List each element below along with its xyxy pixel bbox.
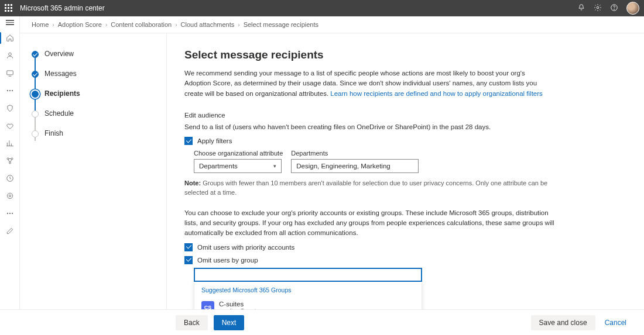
breadcrumb-item[interactable]: Home bbox=[32, 21, 49, 28]
account-avatar[interactable] bbox=[626, 2, 639, 15]
settings-icon[interactable] bbox=[594, 4, 602, 13]
svg-point-10 bbox=[9, 162, 11, 164]
notifications-icon[interactable] bbox=[577, 4, 585, 13]
app-title: Microsoft 365 admin center bbox=[20, 4, 577, 12]
breadcrumb-item[interactable]: Adoption Score bbox=[58, 21, 102, 28]
step-recipients[interactable]: Recipients bbox=[32, 89, 155, 109]
breadcrumb-item[interactable]: Content collaboration bbox=[111, 21, 172, 28]
svg-point-16 bbox=[12, 213, 13, 214]
next-button[interactable]: Next bbox=[214, 315, 245, 330]
health-icon[interactable] bbox=[5, 121, 15, 130]
apply-filters-label: Apply filters bbox=[197, 137, 232, 144]
svg-point-7 bbox=[12, 90, 13, 91]
nodes-icon[interactable] bbox=[5, 156, 15, 165]
step-finish[interactable]: Finish bbox=[32, 129, 155, 137]
departments-label: Departments bbox=[291, 150, 419, 157]
svg-rect-4 bbox=[6, 71, 13, 75]
help-icon[interactable] bbox=[610, 4, 618, 13]
audience-subtext: Send to a list of (users who haven't bee… bbox=[184, 122, 559, 132]
svg-point-9 bbox=[11, 158, 13, 160]
chevron-down-icon: ▾ bbox=[273, 163, 276, 169]
step-overview[interactable]: Overview bbox=[32, 50, 155, 70]
page-intro: We recommend sending your message to a l… bbox=[184, 68, 547, 99]
home-icon[interactable] bbox=[5, 33, 15, 43]
svg-point-15 bbox=[9, 213, 11, 214]
omit-priority-checkbox[interactable] bbox=[184, 243, 193, 251]
omit-group-label: Omit users by group bbox=[197, 257, 258, 264]
wizard-footer: Back Next Save and close Cancel bbox=[0, 309, 644, 335]
svg-point-6 bbox=[9, 90, 11, 91]
svg-point-2 bbox=[614, 9, 615, 9]
page-title: Select message recipients bbox=[184, 49, 626, 61]
omit-group-checkbox[interactable] bbox=[184, 256, 193, 264]
back-button[interactable]: Back bbox=[176, 315, 208, 330]
users-icon[interactable] bbox=[5, 51, 15, 60]
svg-point-13 bbox=[9, 195, 11, 197]
learn-link[interactable]: Learn how recipients are defined and how… bbox=[330, 90, 542, 97]
group-search-input[interactable] bbox=[194, 268, 422, 282]
apply-filters-checkbox[interactable] bbox=[184, 137, 193, 145]
omit-priority-label: Omit users with priority accounts bbox=[197, 244, 294, 251]
wizard-steps: Overview Messages Recipients Schedule Fi… bbox=[20, 33, 166, 335]
attribute-select[interactable]: Departments ▾ bbox=[194, 159, 282, 173]
more-icon[interactable] bbox=[5, 209, 15, 218]
left-nav-rail bbox=[0, 16, 20, 335]
svg-point-5 bbox=[7, 90, 8, 91]
cancel-button[interactable]: Cancel bbox=[601, 319, 630, 327]
dots-icon[interactable] bbox=[5, 86, 15, 95]
svg-point-8 bbox=[7, 158, 9, 160]
edit-audience-heading: Edit audience bbox=[184, 112, 626, 119]
svg-point-0 bbox=[597, 6, 599, 9]
breadcrumb-item: Select message recipients bbox=[244, 21, 318, 28]
breadcrumb: Home› Adoption Score› Content collaborat… bbox=[20, 16, 644, 33]
suite-header: Microsoft 365 admin center bbox=[0, 0, 644, 16]
step-schedule[interactable]: Schedule bbox=[32, 109, 155, 129]
form-panel: Select message recipients We recommend s… bbox=[166, 33, 644, 335]
save-close-button[interactable]: Save and close bbox=[531, 315, 595, 330]
app-launcher-icon[interactable] bbox=[5, 4, 13, 12]
note-text: Note: Groups with fewer than 10 members … bbox=[184, 179, 559, 198]
devices-icon[interactable] bbox=[5, 68, 15, 78]
suggested-groups-heading: Suggested Microsoft 365 Groups bbox=[194, 286, 422, 297]
admin-icon[interactable] bbox=[5, 174, 15, 183]
svg-point-12 bbox=[7, 193, 12, 198]
breadcrumb-item[interactable]: Cloud attachments bbox=[181, 21, 235, 28]
exclusion-intro: You can choose to exclude your org's pri… bbox=[184, 208, 559, 239]
edit-icon[interactable] bbox=[5, 226, 15, 236]
attribute-label: Choose organizational attribute bbox=[194, 150, 283, 157]
svg-point-3 bbox=[8, 53, 11, 56]
nav-toggle-icon[interactable] bbox=[6, 20, 14, 25]
svg-point-14 bbox=[7, 213, 8, 214]
reports-icon[interactable] bbox=[5, 139, 15, 148]
departments-input[interactable]: Design, Engineering, Marketing bbox=[291, 159, 419, 173]
shield-icon[interactable] bbox=[5, 103, 15, 113]
step-messages[interactable]: Messages bbox=[32, 70, 155, 89]
billing-icon[interactable] bbox=[5, 191, 15, 201]
